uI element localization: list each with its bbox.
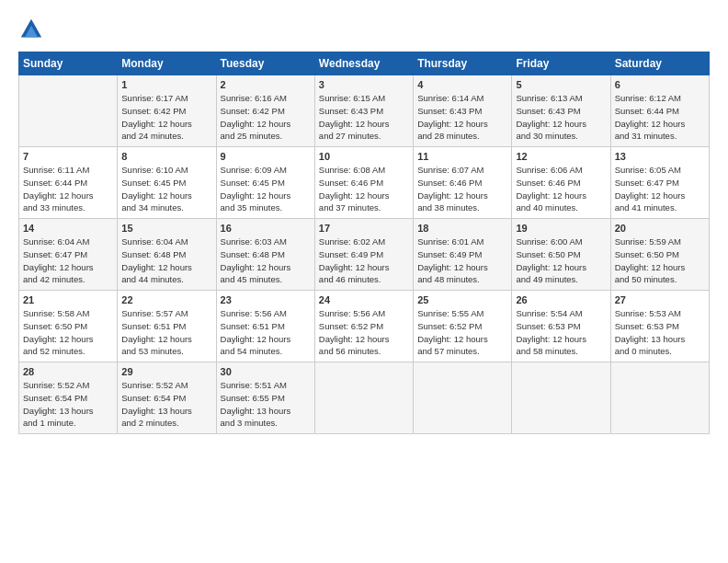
week-row: 14Sunrise: 6:04 AM Sunset: 6:47 PM Dayli… xyxy=(19,219,710,291)
day-info: Sunrise: 6:12 AM Sunset: 6:44 PM Dayligh… xyxy=(615,92,705,143)
day-info: Sunrise: 6:16 AM Sunset: 6:42 PM Dayligh… xyxy=(221,92,311,143)
calendar-cell: 12Sunrise: 6:06 AM Sunset: 6:46 PM Dayli… xyxy=(512,147,610,219)
day-info: Sunrise: 5:58 AM Sunset: 6:50 PM Dayligh… xyxy=(23,307,113,358)
day-number: 6 xyxy=(615,79,705,90)
calendar-cell xyxy=(19,75,118,147)
day-number: 4 xyxy=(417,79,507,90)
day-number: 10 xyxy=(319,151,409,162)
day-info: Sunrise: 6:02 AM Sunset: 6:49 PM Dayligh… xyxy=(319,236,409,286)
day-number: 12 xyxy=(516,151,606,162)
day-info: Sunrise: 5:56 AM Sunset: 6:52 PM Dayligh… xyxy=(319,307,409,358)
header-day: Monday xyxy=(118,52,216,75)
day-number: 3 xyxy=(319,79,409,90)
day-info: Sunrise: 6:08 AM Sunset: 6:46 PM Dayligh… xyxy=(319,164,409,214)
calendar-table: SundayMondayTuesdayWednesdayThursdayFrid… xyxy=(18,52,710,434)
calendar-cell: 15Sunrise: 6:04 AM Sunset: 6:48 PM Dayli… xyxy=(118,219,216,291)
calendar-cell: 26Sunrise: 5:54 AM Sunset: 6:53 PM Dayli… xyxy=(512,291,610,362)
calendar-cell: 18Sunrise: 6:01 AM Sunset: 6:49 PM Dayli… xyxy=(414,219,512,291)
day-info: Sunrise: 6:09 AM Sunset: 6:45 PM Dayligh… xyxy=(221,164,311,214)
day-number: 23 xyxy=(221,294,311,305)
header-day: Thursday xyxy=(414,52,512,75)
header-day: Sunday xyxy=(19,52,118,75)
day-number: 19 xyxy=(516,223,606,234)
logo-icon xyxy=(18,17,44,42)
week-row: 28Sunrise: 5:52 AM Sunset: 6:54 PM Dayli… xyxy=(19,362,710,434)
day-number: 25 xyxy=(417,294,507,305)
day-info: Sunrise: 5:52 AM Sunset: 6:54 PM Dayligh… xyxy=(23,379,113,430)
day-info: Sunrise: 6:03 AM Sunset: 6:48 PM Dayligh… xyxy=(221,236,311,286)
day-number: 1 xyxy=(121,79,211,90)
day-number: 9 xyxy=(221,151,311,162)
calendar-cell: 6Sunrise: 6:12 AM Sunset: 6:44 PM Daylig… xyxy=(610,75,709,147)
header-day: Wednesday xyxy=(314,52,413,75)
calendar-cell: 24Sunrise: 5:56 AM Sunset: 6:52 PM Dayli… xyxy=(314,291,413,362)
day-info: Sunrise: 5:51 AM Sunset: 6:55 PM Dayligh… xyxy=(221,379,311,430)
header-day: Friday xyxy=(512,52,610,75)
day-info: Sunrise: 5:55 AM Sunset: 6:52 PM Dayligh… xyxy=(417,307,507,358)
week-row: 1Sunrise: 6:17 AM Sunset: 6:42 PM Daylig… xyxy=(19,75,710,147)
day-number: 11 xyxy=(417,151,507,162)
day-info: Sunrise: 5:54 AM Sunset: 6:53 PM Dayligh… xyxy=(516,307,606,358)
calendar-cell: 25Sunrise: 5:55 AM Sunset: 6:52 PM Dayli… xyxy=(414,291,512,362)
day-info: Sunrise: 6:11 AM Sunset: 6:44 PM Dayligh… xyxy=(23,164,113,214)
day-info: Sunrise: 6:01 AM Sunset: 6:49 PM Dayligh… xyxy=(417,236,507,286)
day-info: Sunrise: 6:14 AM Sunset: 6:43 PM Dayligh… xyxy=(417,92,507,143)
page: SundayMondayTuesdayWednesdayThursdayFrid… xyxy=(0,0,728,443)
calendar-cell: 14Sunrise: 6:04 AM Sunset: 6:47 PM Dayli… xyxy=(19,219,118,291)
day-number: 21 xyxy=(23,294,113,305)
header-day: Tuesday xyxy=(216,52,314,75)
calendar-cell xyxy=(314,362,413,434)
calendar-cell: 1Sunrise: 6:17 AM Sunset: 6:42 PM Daylig… xyxy=(118,75,216,147)
day-number: 20 xyxy=(615,223,705,234)
week-row: 7Sunrise: 6:11 AM Sunset: 6:44 PM Daylig… xyxy=(19,147,710,219)
day-info: Sunrise: 5:53 AM Sunset: 6:53 PM Dayligh… xyxy=(615,307,705,358)
header xyxy=(18,17,710,42)
day-number: 27 xyxy=(615,294,705,305)
day-info: Sunrise: 6:04 AM Sunset: 6:48 PM Dayligh… xyxy=(121,236,211,286)
day-number: 5 xyxy=(516,79,606,90)
day-number: 18 xyxy=(417,223,507,234)
calendar-cell xyxy=(414,362,512,434)
header-day: Saturday xyxy=(610,52,709,75)
calendar-cell xyxy=(610,362,709,434)
calendar-cell: 5Sunrise: 6:13 AM Sunset: 6:43 PM Daylig… xyxy=(512,75,610,147)
day-number: 17 xyxy=(319,223,409,234)
logo xyxy=(18,17,46,42)
day-info: Sunrise: 6:06 AM Sunset: 6:46 PM Dayligh… xyxy=(516,164,606,214)
calendar-cell: 20Sunrise: 5:59 AM Sunset: 6:50 PM Dayli… xyxy=(610,219,709,291)
day-info: Sunrise: 6:05 AM Sunset: 6:47 PM Dayligh… xyxy=(615,164,705,214)
day-info: Sunrise: 6:10 AM Sunset: 6:45 PM Dayligh… xyxy=(121,164,211,214)
calendar-cell: 28Sunrise: 5:52 AM Sunset: 6:54 PM Dayli… xyxy=(19,362,118,434)
calendar-cell: 19Sunrise: 6:00 AM Sunset: 6:50 PM Dayli… xyxy=(512,219,610,291)
calendar-cell: 3Sunrise: 6:15 AM Sunset: 6:43 PM Daylig… xyxy=(314,75,413,147)
day-info: Sunrise: 6:00 AM Sunset: 6:50 PM Dayligh… xyxy=(516,236,606,286)
calendar-cell: 27Sunrise: 5:53 AM Sunset: 6:53 PM Dayli… xyxy=(610,291,709,362)
calendar-cell: 17Sunrise: 6:02 AM Sunset: 6:49 PM Dayli… xyxy=(314,219,413,291)
day-info: Sunrise: 6:13 AM Sunset: 6:43 PM Dayligh… xyxy=(516,92,606,143)
calendar-cell: 2Sunrise: 6:16 AM Sunset: 6:42 PM Daylig… xyxy=(216,75,314,147)
day-info: Sunrise: 6:07 AM Sunset: 6:46 PM Dayligh… xyxy=(417,164,507,214)
calendar-cell: 11Sunrise: 6:07 AM Sunset: 6:46 PM Dayli… xyxy=(414,147,512,219)
header-row: SundayMondayTuesdayWednesdayThursdayFrid… xyxy=(19,52,710,75)
calendar-cell: 22Sunrise: 5:57 AM Sunset: 6:51 PM Dayli… xyxy=(118,291,216,362)
day-number: 24 xyxy=(319,294,409,305)
day-info: Sunrise: 5:56 AM Sunset: 6:51 PM Dayligh… xyxy=(221,307,311,358)
day-info: Sunrise: 5:57 AM Sunset: 6:51 PM Dayligh… xyxy=(121,307,211,358)
week-row: 21Sunrise: 5:58 AM Sunset: 6:50 PM Dayli… xyxy=(19,291,710,362)
calendar-cell: 13Sunrise: 6:05 AM Sunset: 6:47 PM Dayli… xyxy=(610,147,709,219)
calendar-cell: 4Sunrise: 6:14 AM Sunset: 6:43 PM Daylig… xyxy=(414,75,512,147)
day-info: Sunrise: 6:04 AM Sunset: 6:47 PM Dayligh… xyxy=(23,236,113,286)
calendar-cell: 7Sunrise: 6:11 AM Sunset: 6:44 PM Daylig… xyxy=(19,147,118,219)
day-number: 26 xyxy=(516,294,606,305)
day-number: 28 xyxy=(23,366,113,377)
day-info: Sunrise: 5:52 AM Sunset: 6:54 PM Dayligh… xyxy=(121,379,211,430)
calendar-cell: 29Sunrise: 5:52 AM Sunset: 6:54 PM Dayli… xyxy=(118,362,216,434)
day-number: 8 xyxy=(121,151,211,162)
calendar-cell: 16Sunrise: 6:03 AM Sunset: 6:48 PM Dayli… xyxy=(216,219,314,291)
calendar-cell: 30Sunrise: 5:51 AM Sunset: 6:55 PM Dayli… xyxy=(216,362,314,434)
calendar-cell: 21Sunrise: 5:58 AM Sunset: 6:50 PM Dayli… xyxy=(19,291,118,362)
day-number: 13 xyxy=(615,151,705,162)
calendar-cell: 9Sunrise: 6:09 AM Sunset: 6:45 PM Daylig… xyxy=(216,147,314,219)
day-info: Sunrise: 6:15 AM Sunset: 6:43 PM Dayligh… xyxy=(319,92,409,143)
calendar-cell: 23Sunrise: 5:56 AM Sunset: 6:51 PM Dayli… xyxy=(216,291,314,362)
